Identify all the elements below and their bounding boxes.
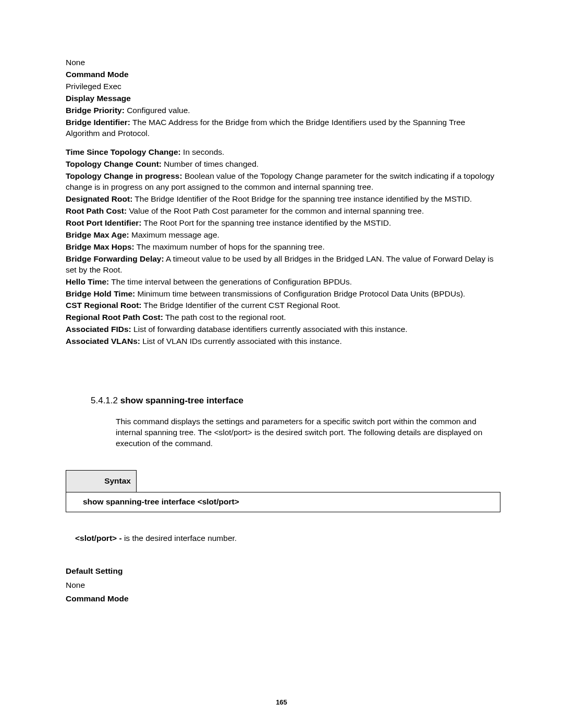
- param-slot-port: <slot/port> - is the desired interface n…: [75, 533, 500, 544]
- def-associated-vlans: Associated VLANs: List of VLAN IDs curre…: [66, 336, 500, 347]
- def-regional-root-path-cost: Regional Root Path Cost: The path cost t…: [66, 312, 500, 323]
- section-description: This command displays the settings and p…: [116, 416, 500, 449]
- syntax-label: Syntax: [66, 470, 137, 492]
- section-heading: 5.4.1.2 show spanning-tree interface: [91, 395, 500, 407]
- def-bridge-max-hops: Bridge Max Hops: The maximum number of h…: [66, 242, 500, 253]
- syntax-command: show spanning-tree interface <slot/port>: [66, 492, 500, 512]
- def-root-path-cost: Root Path Cost: Value of the Root Path C…: [66, 206, 500, 217]
- def-bridge-forwarding-delay: Bridge Forwarding Delay: A timeout value…: [66, 254, 500, 276]
- default-setting-value: None: [66, 580, 500, 591]
- page-number: 165: [0, 698, 563, 707]
- syntax-box: Syntax show spanning-tree interface <slo…: [66, 470, 500, 512]
- def-topology-change-count: Topology Change Count: Number of times c…: [66, 159, 500, 170]
- def-hello-time: Hello Time: The time interval between th…: [66, 277, 500, 288]
- command-mode-value: Privileged Exec: [66, 81, 500, 92]
- def-bridge-identifier: Bridge Identifier: The MAC Address for t…: [66, 117, 500, 139]
- section-title: show spanning-tree interface: [120, 396, 243, 405]
- def-time-since-topology-change: Time Since Topology Change: In seconds.: [66, 147, 500, 158]
- display-message-label: Display Message: [66, 93, 500, 104]
- section-number: 5.4.1.2: [91, 396, 120, 405]
- document-page: None Command Mode Privileged Exec Displa…: [0, 0, 563, 728]
- def-root-port-identifier: Root Port Identifier: The Root Port for …: [66, 218, 500, 229]
- def-cst-regional-root: CST Regional Root: The Bridge Identifier…: [66, 300, 500, 311]
- default-setting-label: Default Setting: [66, 566, 500, 577]
- def-associated-fids: Associated FIDs: List of forwarding data…: [66, 324, 500, 335]
- def-bridge-hold-time: Bridge Hold Time: Minimum time between t…: [66, 289, 500, 300]
- command-mode-label: Command Mode: [66, 69, 500, 80]
- command-mode-label-bottom: Command Mode: [66, 594, 500, 604]
- def-designated-root: Designated Root: The Bridge Identifier o…: [66, 194, 500, 205]
- def-bridge-max-age: Bridge Max Age: Maximum message age.: [66, 230, 500, 241]
- def-bridge-priority: Bridge Priority: Configured value.: [66, 105, 500, 116]
- default-value: None: [66, 57, 500, 68]
- def-topology-change-in-progress: Topology Change in progress: Boolean val…: [66, 171, 500, 193]
